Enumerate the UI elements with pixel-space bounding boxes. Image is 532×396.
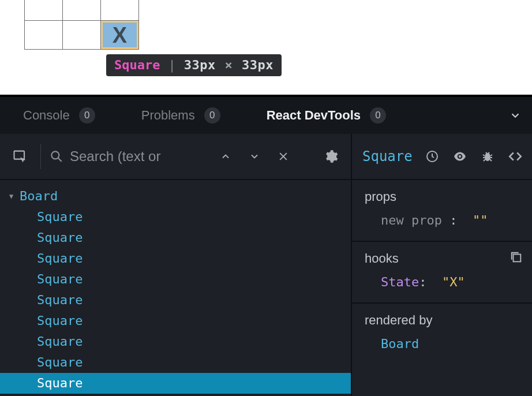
tab-console[interactable]: Console 0: [23, 107, 95, 124]
components-pane: ▼BoardSquareSquareSquareSquareSquareSqua…: [0, 134, 352, 396]
tree-row-square[interactable]: Square: [0, 227, 351, 248]
tab-badge: 0: [370, 107, 386, 124]
search-wrap: [49, 148, 209, 165]
caret-down-icon: ▼: [9, 186, 20, 207]
inspect-highlight: X: [101, 21, 138, 49]
new-prop-row[interactable]: new prop : "": [365, 212, 522, 229]
svg-point-1: [51, 151, 59, 159]
svg-rect-8: [514, 254, 521, 261]
tree-row-square[interactable]: Square: [0, 248, 351, 269]
chevron-down-icon[interactable]: [509, 109, 522, 122]
tree-row-square[interactable]: Square: [0, 290, 351, 311]
clear-search-icon[interactable]: [271, 144, 295, 169]
rendered-by-link[interactable]: Board: [365, 336, 522, 353]
hook-state-row[interactable]: State: "X": [365, 274, 522, 291]
tree-label: Square: [37, 290, 83, 311]
tree-label: Square: [37, 373, 83, 394]
tree-label: Square: [37, 352, 83, 373]
square-value: X: [113, 24, 127, 46]
view-source-icon[interactable]: [507, 148, 524, 165]
tab-label: Console: [23, 108, 70, 123]
tree-label: Board: [20, 186, 58, 207]
tree-label: Square: [37, 331, 83, 352]
props-section: props new prop : "": [352, 180, 532, 242]
expand-hooks-icon[interactable]: [510, 251, 523, 264]
inspect-dom-icon[interactable]: [451, 148, 469, 165]
search-input[interactable]: [70, 148, 174, 165]
tree-row-square[interactable]: Square: [0, 311, 351, 331]
tooltip-separator: |: [168, 59, 175, 72]
selected-component-name: Square: [362, 150, 413, 163]
tree-row-square[interactable]: Square: [0, 269, 351, 290]
tab-label: Problems: [141, 108, 195, 123]
tree-label: Square: [37, 207, 83, 227]
board-square-selected[interactable]: X: [101, 21, 139, 50]
svg-rect-0: [14, 151, 25, 159]
tab-problems[interactable]: Problems 0: [141, 107, 220, 124]
settings-gear-icon[interactable]: [319, 144, 343, 169]
section-heading: hooks: [365, 251, 522, 266]
tree-label: Square: [37, 269, 83, 290]
tab-badge: 0: [79, 107, 95, 124]
tree-label: Square: [37, 311, 83, 331]
page-preview: X Square | 33px × 33px: [0, 0, 532, 95]
debug-icon[interactable]: [479, 148, 496, 165]
components-toolbar: [0, 134, 351, 180]
prev-match-icon[interactable]: [213, 144, 238, 169]
inspect-element-icon[interactable]: [8, 144, 32, 169]
svg-line-2: [58, 158, 62, 162]
component-tree[interactable]: ▼BoardSquareSquareSquareSquareSquareSqua…: [0, 180, 351, 396]
hooks-section: hooks State: "X": [352, 242, 532, 304]
next-match-icon[interactable]: [242, 144, 267, 169]
tree-row-square[interactable]: Square: [0, 331, 351, 352]
tab-badge: 0: [204, 107, 220, 124]
tooltip-dimensions: 33px × 33px: [184, 59, 274, 72]
details-header: Square: [352, 134, 532, 180]
tree-row-board[interactable]: ▼Board: [0, 186, 351, 207]
tic-tac-toe-board: X: [24, 0, 139, 50]
search-icon: [49, 149, 64, 164]
tooltip-component-name: Square: [114, 59, 160, 72]
svg-point-6: [459, 155, 461, 158]
inspect-tooltip: Square | 33px × 33px: [106, 54, 282, 76]
tree-label: Square: [37, 248, 83, 269]
toolbar-divider: [40, 144, 41, 169]
component-details-pane: Square props: [352, 134, 532, 396]
tree-row-square[interactable]: Square: [0, 207, 351, 227]
tab-react-devtools[interactable]: React DevTools 0: [267, 107, 386, 124]
tree-row-square[interactable]: Square: [0, 352, 351, 373]
tree-row-square[interactable]: Square: [0, 373, 351, 394]
devtools-panel: Console 0 Problems 0 React DevTools 0: [0, 95, 532, 396]
rendered-by-section: rendered by Board: [352, 304, 532, 364]
section-heading: props: [365, 189, 522, 204]
suspend-icon[interactable]: [424, 148, 441, 165]
devtools-tabstrip: Console 0 Problems 0 React DevTools 0: [0, 97, 532, 134]
tab-label: React DevTools: [267, 108, 361, 123]
tree-label: Square: [37, 227, 83, 248]
section-heading: rendered by: [365, 313, 522, 328]
